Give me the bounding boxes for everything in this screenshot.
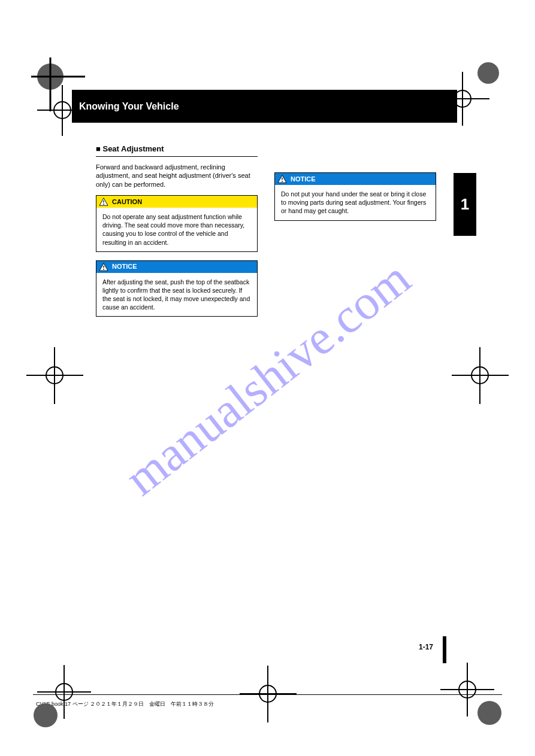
section-heading: ■ Seat Adjustment <box>96 144 258 157</box>
column-left: ■ Seat Adjustment Forward and backward a… <box>96 144 258 325</box>
warning-triangle-icon <box>99 263 108 271</box>
caution-bar: CAUTION <box>96 196 257 208</box>
cropmark-mid-right <box>452 347 509 404</box>
folio-mark <box>443 636 446 663</box>
notice-label-2: NOTICE <box>291 175 316 184</box>
page-number: 1-17 <box>419 643 433 651</box>
caution-label: CAUTION <box>112 198 142 207</box>
cropmark-bottom-left-inner <box>37 665 91 719</box>
cropmark-bottom-right-inner <box>440 663 494 716</box>
notice-body-2: Do not put your hand under the seat or b… <box>275 185 436 220</box>
svg-point-29 <box>103 204 104 205</box>
chapter-header: Knowing Your Vehicle <box>72 90 457 123</box>
intro-paragraph: Forward and backward adjustment, reclini… <box>96 163 258 190</box>
svg-point-35 <box>282 181 283 182</box>
cropmark-bottom-center <box>240 666 297 722</box>
caution-body: Do not operate any seat adjustment funct… <box>96 208 257 251</box>
chapter-number: 1 <box>461 195 469 214</box>
cropmark-mid-left <box>26 347 83 404</box>
svg-point-32 <box>103 269 104 270</box>
warning-triangle-icon <box>99 198 108 206</box>
cropmark-top-right-inner <box>436 72 489 126</box>
notice-box-1: NOTICE After adjusting the seat, push th… <box>96 260 258 317</box>
caution-box: CAUTION Do not operate any seat adjustme… <box>96 195 258 252</box>
notice-bar-1: NOTICE <box>96 261 257 273</box>
chapter-tab: 1 <box>454 173 476 236</box>
notice-body-1: After adjusting the seat, push the top o… <box>96 273 257 317</box>
page-content: ■ Seat Adjustment Forward and backward a… <box>96 144 436 648</box>
column-right: NOTICE Do not put your hand under the se… <box>274 144 436 325</box>
notice-box-2: NOTICE Do not put your hand under the se… <box>274 172 436 221</box>
cropmark-top-left-inner <box>37 85 88 136</box>
chapter-title: Knowing Your Vehicle <box>79 101 179 112</box>
notice-label-1: NOTICE <box>112 262 137 271</box>
warning-triangle-icon <box>277 175 287 183</box>
notice-bar-2: NOTICE <box>275 173 436 185</box>
